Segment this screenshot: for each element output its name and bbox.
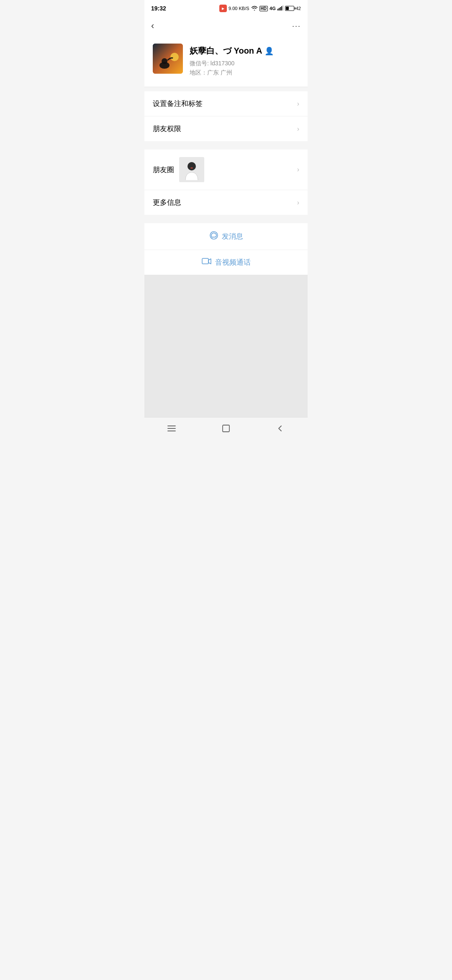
menu-item-left-remark: 设置备注和标签 [153, 99, 203, 108]
signal-4g-icon: 4G [270, 6, 276, 11]
media-play-icon [219, 5, 227, 12]
status-icons: 9.00 KB/S HD 4G [219, 5, 301, 12]
network-speed: 9.00 KB/S [229, 6, 249, 11]
nav-home-button[interactable] [219, 422, 233, 435]
profile-info: 妖孽白、づ Yoon A 👤 微信号: ld317300 地区：广东 广州 [190, 44, 299, 77]
video-icon [202, 258, 212, 267]
menu-item-more-info[interactable]: 更多信息 › [144, 190, 308, 215]
menu-item-label-friend-permission: 朋友权限 [153, 124, 181, 134]
section-separator-2 [144, 215, 308, 219]
send-message-label: 发消息 [222, 232, 243, 241]
svg-rect-0 [277, 9, 278, 10]
send-message-button[interactable]: 发消息 [144, 223, 308, 250]
menu-item-friend-permission[interactable]: 朋友权限 › [144, 116, 308, 141]
action-section: 发消息 音视频通话 [144, 223, 308, 275]
video-call-button[interactable]: 音视频通话 [144, 250, 308, 275]
svg-rect-3 [281, 6, 282, 10]
moments-thumbnail [179, 157, 204, 182]
menu-item-moments[interactable]: 朋友圈 [144, 150, 308, 190]
nav-back-button[interactable] [274, 422, 287, 435]
nav-menu-button[interactable] [165, 422, 178, 435]
menu-item-label-more-info: 更多信息 [153, 198, 181, 207]
profile-region: 地区：广东 广州 [190, 69, 299, 77]
chevron-right-icon-4: › [297, 199, 299, 206]
svg-rect-4 [282, 5, 283, 10]
video-call-label: 音视频通话 [215, 258, 251, 267]
battery-icon [285, 6, 294, 11]
avatar [153, 44, 183, 74]
svg-point-8 [162, 58, 167, 64]
nav-bar: ‹ ··· [144, 15, 308, 37]
svg-rect-14 [202, 258, 208, 264]
battery-percent: 42 [296, 6, 301, 11]
svg-rect-2 [280, 7, 281, 10]
svg-rect-5 [153, 44, 183, 74]
person-icon: 👤 [265, 46, 274, 56]
menu-item-left-more-info: 更多信息 [153, 198, 181, 207]
bottom-nav [144, 417, 308, 439]
section-separator-1 [144, 141, 308, 145]
profile-wechat-id: 微信号: ld317300 [190, 60, 299, 67]
status-time: 19:32 [151, 5, 166, 12]
chevron-right-icon: › [297, 100, 299, 108]
bottom-grey-area [144, 275, 308, 417]
back-button[interactable]: ‹ [151, 19, 157, 33]
status-bar: 19:32 9.00 KB/S HD 4G [144, 0, 308, 15]
menu-item-remark[interactable]: 设置备注和标签 › [144, 91, 308, 116]
profile-name: 妖孽白、づ Yoon A 👤 [190, 45, 299, 57]
menu-item-label-moments: 朋友圈 [153, 165, 174, 175]
chevron-right-icon-3: › [297, 166, 299, 173]
message-icon [209, 231, 218, 242]
svg-point-6 [170, 53, 179, 61]
menu-section-moments: 朋友圈 [144, 150, 308, 215]
chevron-right-icon-2: › [297, 125, 299, 133]
menu-item-left-moments: 朋友圈 [153, 157, 204, 182]
svg-point-12 [190, 168, 193, 169]
menu-section: 设置备注和标签 › 朋友权限 › [144, 91, 308, 141]
svg-rect-1 [279, 8, 280, 10]
more-button[interactable]: ··· [292, 22, 301, 31]
profile-section: 妖孽白、づ Yoon A 👤 微信号: ld317300 地区：广东 广州 [144, 37, 308, 87]
svg-point-11 [187, 162, 196, 170]
menu-item-label-remark: 设置备注和标签 [153, 99, 203, 108]
signal-bars-icon [277, 5, 283, 11]
menu-item-left-friend-permission: 朋友权限 [153, 124, 181, 134]
svg-rect-18 [223, 425, 229, 432]
hd-icon: HD [259, 6, 268, 11]
wifi-icon [251, 5, 258, 11]
